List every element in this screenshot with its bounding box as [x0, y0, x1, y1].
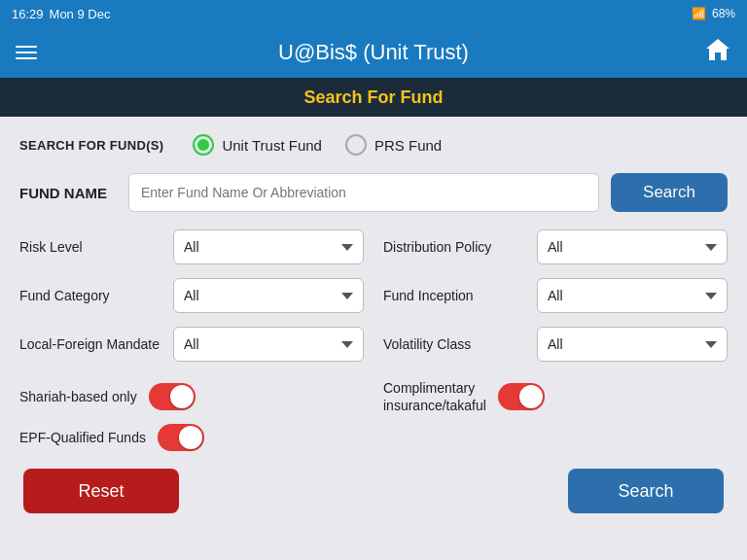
fund-type-label: SEARCH FOR FUND(S) [19, 138, 163, 153]
toggle-epf-label: EPF-Qualified Funds [19, 430, 146, 445]
radio-circle-unit-trust [193, 134, 214, 156]
filter-fund-category-label: Fund Category [19, 288, 165, 303]
toggle-insurance-label: Complimentaryinsurance/takaful [383, 379, 486, 414]
main-content: SEARCH FOR FUND(S) Unit Trust Fund PRS F… [0, 117, 747, 527]
filter-grid: Risk Level All Distribution Policy All F… [19, 229, 728, 362]
toggle-shariah-switch[interactable] [149, 383, 196, 410]
filter-local-foreign-mandate-select[interactable]: All [173, 327, 364, 362]
status-date: Mon 9 Dec [50, 7, 111, 21]
status-bar-right: 📶 68% [692, 7, 735, 20]
filter-fund-category: Fund Category All [19, 278, 364, 313]
filter-fund-inception: Fund Inception All [383, 278, 728, 313]
filter-distribution-policy: Distribution Policy All [383, 229, 728, 264]
bottom-buttons: Reset Search [19, 469, 728, 513]
toggle-shariah-row: Shariah-based only [19, 379, 364, 414]
fund-name-row: FUND NAME Search [19, 173, 728, 212]
hamburger-button[interactable] [16, 46, 37, 59]
status-time: 16:29 [12, 7, 44, 21]
filter-distribution-policy-select[interactable]: All [537, 229, 728, 264]
battery-indicator: 68% [712, 7, 735, 20]
toggle-insurance-row: Complimentaryinsurance/takaful [383, 379, 728, 414]
fund-type-section: SEARCH FOR FUND(S) Unit Trust Fund PRS F… [19, 134, 728, 156]
toggle-epf-switch[interactable] [158, 424, 204, 451]
radio-prs[interactable]: PRS Fund [345, 134, 442, 156]
filter-local-foreign-mandate: Local-Foreign Mandate All [19, 327, 364, 362]
fund-type-radio-group: Unit Trust Fund PRS Fund [193, 134, 442, 156]
hamburger-line-2 [16, 52, 37, 53]
filter-volatility-class-label: Volatility Class [383, 336, 529, 352]
hamburger-line-1 [16, 46, 37, 48]
toggle-section: Shariah-based only Complimentaryinsuranc… [19, 379, 728, 451]
fund-name-search-button[interactable]: Search [611, 173, 728, 212]
filter-risk-level: Risk Level All [19, 229, 364, 264]
filter-fund-inception-select[interactable]: All [537, 278, 728, 313]
radio-label-unit-trust: Unit Trust Fund [222, 137, 322, 154]
sub-header: Search For Fund [0, 78, 747, 117]
app-title: U@Bis$ (Unit Trust) [278, 40, 469, 65]
toggle-shariah-label: Shariah-based only [19, 389, 137, 404]
header: U@Bis$ (Unit Trust) [0, 27, 747, 78]
status-bar-left: 16:29 Mon 9 Dec [12, 7, 110, 21]
radio-label-prs: PRS Fund [374, 137, 442, 154]
filter-risk-level-select[interactable]: All [173, 229, 364, 264]
toggle-insurance-switch[interactable] [498, 383, 545, 410]
wifi-icon: 📶 [692, 7, 706, 20]
home-button[interactable] [704, 37, 731, 68]
fund-name-input[interactable] [128, 173, 599, 212]
fund-name-label: FUND NAME [19, 185, 117, 201]
filter-volatility-class: Volatility Class All [383, 327, 728, 362]
toggle-epf-row: EPF-Qualified Funds [19, 424, 364, 451]
filter-fund-inception-label: Fund Inception [383, 288, 529, 303]
hamburger-line-3 [16, 57, 37, 59]
filter-risk-level-label: Risk Level [19, 239, 165, 255]
reset-button[interactable]: Reset [23, 469, 179, 513]
filter-local-foreign-mandate-label: Local-Foreign Mandate [19, 336, 165, 352]
filter-fund-category-select[interactable]: All [173, 278, 364, 313]
page-title: Search For Fund [303, 88, 443, 108]
search-button[interactable]: Search [568, 469, 724, 513]
status-bar: 16:29 Mon 9 Dec 📶 68% [0, 0, 747, 27]
radio-circle-prs [345, 134, 367, 156]
filter-distribution-policy-label: Distribution Policy [383, 239, 529, 255]
filter-volatility-class-select[interactable]: All [537, 327, 728, 362]
radio-unit-trust[interactable]: Unit Trust Fund [193, 134, 322, 156]
